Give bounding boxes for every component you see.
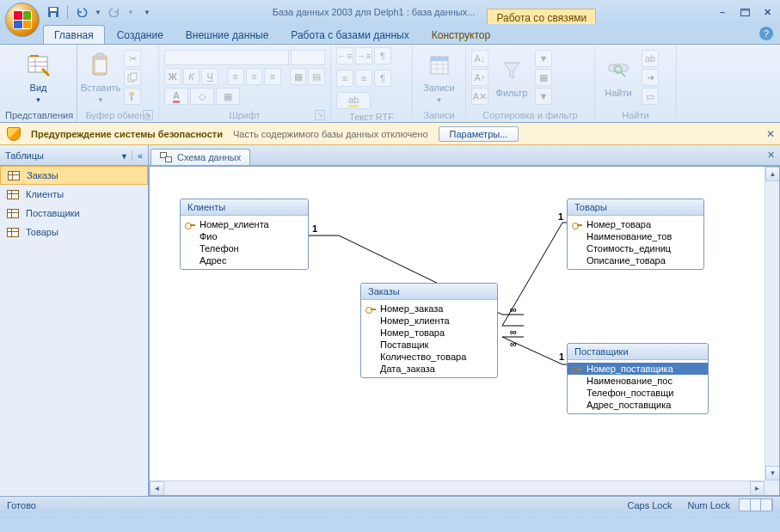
group-sortfilter-label: Сортировка и фильтр [471, 107, 589, 122]
minimize-button[interactable]: – [713, 4, 732, 20]
field-row[interactable]: Стоимость_единиц [568, 242, 703, 254]
increase-indent-icon[interactable]: →≡ [355, 47, 372, 64]
bullet-list-icon[interactable]: ≡ [355, 70, 372, 87]
field-row[interactable]: Наименование_пос [568, 375, 708, 387]
svg-text:1: 1 [559, 352, 564, 362]
filter-button[interactable]: Фильтр [494, 55, 530, 100]
field-row[interactable]: Номер_клиента [181, 218, 308, 230]
grid-color-icon[interactable]: ▦ [216, 88, 240, 105]
table-box-postavshiki[interactable]: Поставщики Номер_поставщика Наименование… [567, 343, 709, 414]
status-numlock: Num Lock [687, 500, 730, 511]
group-find-label: Найти [600, 107, 671, 122]
advanced-filter-icon[interactable]: ▦ [535, 69, 552, 86]
field-row[interactable]: Номер_поставщика [568, 363, 708, 375]
svg-rect-1 [50, 8, 57, 11]
field-row[interactable]: Поставщик [361, 339, 497, 351]
italic-icon[interactable]: К [183, 68, 200, 85]
field-row[interactable]: Наименование_тов [568, 230, 703, 242]
field-row[interactable]: Номер_товара [568, 218, 703, 230]
goto-icon[interactable]: ➜ [642, 69, 659, 86]
relationships-canvas[interactable]: 1 ∞ ∞ 1 ∞ 1 Клиенты Номер_клиента Фио Те… [149, 166, 780, 496]
find-button[interactable]: Найти [600, 55, 636, 100]
highlight-icon[interactable]: ab [336, 92, 371, 109]
nav-item-tovary[interactable]: Товары [0, 223, 148, 242]
scrollbar-corner [765, 480, 779, 495]
copy-icon[interactable] [124, 69, 141, 86]
fill-color-icon[interactable]: ◇ [190, 88, 214, 105]
security-close-icon[interactable]: ✕ [766, 128, 775, 140]
help-icon[interactable]: ? [759, 27, 773, 40]
field-row[interactable]: Телефон [181, 242, 308, 254]
selection-filter-icon[interactable]: ▼ [535, 50, 552, 67]
svg-text:1: 1 [558, 211, 563, 222]
undo-icon[interactable] [73, 3, 90, 21]
font-size-combo[interactable] [291, 50, 325, 65]
alt-row-icon[interactable]: ▤ [308, 68, 325, 85]
table-box-klienty[interactable]: Клиенты Номер_клиента Фио Телефон Адрес [180, 199, 309, 270]
scrollbar-horizontal[interactable]: ◄► [150, 480, 765, 495]
close-button[interactable]: ✕ [758, 4, 777, 20]
table-box-tovary[interactable]: Товары Номер_товара Наименование_тов Сто… [567, 199, 704, 270]
clear-sort-icon[interactable]: A✕ [471, 88, 488, 105]
toggle-filter-icon[interactable]: ▼ [535, 88, 552, 105]
underline-icon[interactable]: Ч [201, 68, 218, 85]
decrease-indent-icon[interactable]: ←≡ [336, 47, 353, 64]
align-right-icon[interactable]: ≡ [264, 68, 281, 85]
ltr-icon[interactable]: ¶ [374, 47, 391, 64]
align-left-icon[interactable]: ≡ [227, 68, 244, 85]
font-color-icon[interactable]: А [164, 88, 188, 105]
field-row[interactable]: Номер_заказа [361, 303, 497, 315]
doc-close-icon[interactable]: ✕ [767, 150, 775, 161]
qat-customize-icon[interactable]: ▼ [138, 3, 156, 21]
redo-dropdown-icon[interactable]: ▼ [126, 3, 135, 21]
svg-line-18 [621, 72, 625, 76]
field-row[interactable]: Фио [181, 230, 308, 242]
select-icon[interactable]: ▭ [642, 88, 659, 105]
nav-item-klienty[interactable]: Клиенты [0, 185, 148, 204]
field-row[interactable]: Номер_клиента [361, 315, 497, 327]
bold-icon[interactable]: Ж [164, 68, 181, 85]
view-switcher[interactable] [739, 498, 773, 511]
font-launcher-icon[interactable]: ↘ [315, 110, 325, 120]
nav-item-postavshiki[interactable]: Поставщики [0, 204, 148, 223]
numbered-list-icon[interactable]: ≡ [336, 70, 353, 87]
security-options-button[interactable]: Параметры... [439, 126, 519, 142]
sort-desc-icon[interactable]: A↑ [471, 69, 488, 86]
navpane-header[interactable]: Таблицы ▼« [0, 145, 148, 166]
tab-home[interactable]: Главная [43, 25, 105, 44]
field-row[interactable]: Количество_товара [361, 351, 497, 363]
align-center-icon[interactable]: ≡ [246, 68, 263, 85]
svg-rect-8 [95, 60, 106, 72]
font-name-combo[interactable] [164, 50, 289, 65]
tab-db-tools[interactable]: Работа с базами данных [280, 26, 419, 44]
records-button[interactable]: Записи▼ [421, 50, 458, 106]
field-row[interactable]: Номер_товара [361, 327, 497, 339]
clipboard-launcher-icon[interactable]: ↘ [143, 110, 153, 120]
paste-button[interactable]: Вставить▼ [83, 50, 119, 106]
field-row[interactable]: Адрес_поставщика [568, 399, 708, 411]
nav-item-zakazy[interactable]: Заказы [0, 166, 148, 185]
save-icon[interactable] [45, 3, 62, 21]
cut-icon[interactable]: ✂ [124, 50, 141, 67]
tab-design[interactable]: Конструктор [421, 26, 501, 44]
format-painter-icon[interactable] [124, 88, 141, 105]
redo-icon[interactable] [106, 3, 123, 21]
tab-create[interactable]: Создание [107, 26, 174, 44]
doc-tab-schema[interactable]: Схема данных [150, 149, 250, 165]
rtl-icon[interactable]: ¶ [374, 70, 391, 87]
collapse-navpane-icon[interactable]: « [132, 150, 143, 161]
field-row[interactable]: Описание_товара [568, 254, 703, 266]
office-button[interactable] [5, 3, 40, 37]
replace-icon[interactable]: ab [642, 50, 659, 67]
field-row[interactable]: Дата_заказа [361, 363, 497, 375]
tab-external[interactable]: Внешние данные [175, 26, 279, 44]
scrollbar-vertical[interactable]: ▲▼ [765, 167, 779, 480]
undo-dropdown-icon[interactable]: ▼ [94, 3, 102, 21]
field-row[interactable]: Телефон_поставщи [568, 387, 708, 399]
table-box-zakazy[interactable]: Заказы Номер_заказа Номер_клиента Номер_… [360, 283, 498, 378]
maximize-button[interactable] [735, 4, 754, 20]
sort-asc-icon[interactable]: A↓ [471, 50, 488, 67]
gridlines-icon[interactable]: ▦ [290, 68, 307, 85]
view-button[interactable]: Вид▼ [21, 50, 57, 106]
field-row[interactable]: Адрес [181, 254, 308, 266]
